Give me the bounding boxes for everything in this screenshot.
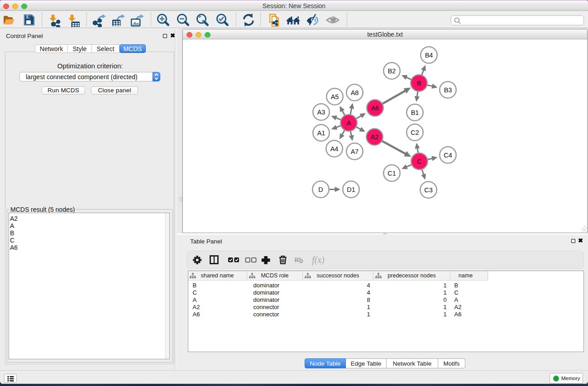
svg-text:C4: C4 [444,152,452,159]
svg-text:C1: C1 [387,170,396,177]
svg-text:D1: D1 [347,186,355,193]
svg-text:f(x): f(x) [312,255,325,265]
svg-text:B: B [417,80,421,87]
svg-text:A2: A2 [371,133,379,141]
svg-text:B4: B4 [425,52,433,59]
svg-text:A1: A1 [317,129,325,137]
svg-text:A8: A8 [351,89,359,96]
svg-text:C: C [417,158,421,165]
svg-text:C2: C2 [411,129,419,136]
svg-text:B3: B3 [444,86,452,94]
svg-text:B1: B1 [411,109,419,116]
svg-text:A4: A4 [330,145,339,152]
svg-text:D: D [318,186,323,193]
svg-text:B2: B2 [388,67,396,75]
svg-text:C3: C3 [424,186,433,194]
svg-text:A6: A6 [371,105,379,112]
svg-text:A3: A3 [317,109,325,116]
svg-text:A7: A7 [351,148,359,155]
svg-text:A5: A5 [331,93,339,100]
svg-text:A: A [347,119,351,127]
